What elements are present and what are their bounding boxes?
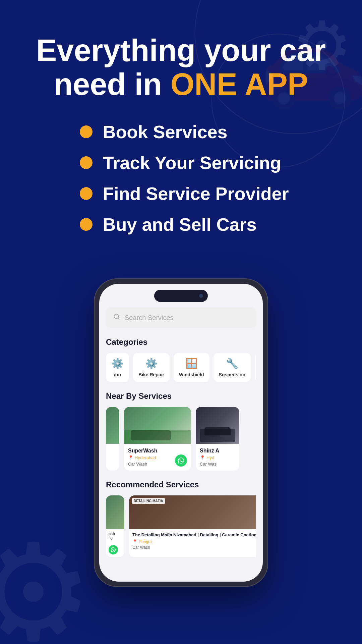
partial-whatsapp-icon[interactable] bbox=[109, 545, 118, 554]
category-partial[interactable]: ⚙️ ion bbox=[106, 353, 129, 382]
shinz-location: 📍 Hyd bbox=[200, 455, 235, 460]
superwash-name: SuperWash bbox=[128, 448, 187, 454]
bullet-track bbox=[80, 156, 93, 169]
recommended-scroll: ash ng bbox=[106, 495, 256, 557]
shinz-name: Shinz A bbox=[200, 448, 235, 454]
rec-card-partial-left: ash ng bbox=[106, 495, 124, 557]
hero-title: Everything your car need in ONE APP bbox=[20, 34, 342, 101]
search-placeholder: Search Services bbox=[125, 314, 174, 322]
category-suspension[interactable]: 🔧 Suspension bbox=[214, 353, 251, 382]
category-suspension-label: Suspension bbox=[219, 372, 245, 377]
hero-title-highlight: ONE APP bbox=[170, 67, 308, 101]
detailing-img: DETAILING MAFIA bbox=[129, 495, 256, 529]
superwash-img bbox=[124, 407, 191, 444]
feature-buy-text: Buy and Sell Cars bbox=[103, 214, 256, 235]
phone-inner: Search Services Categories ⚙️ ion ⚙️ Bik… bbox=[99, 284, 263, 582]
search-icon bbox=[113, 313, 120, 322]
category-partial-label: ion bbox=[114, 372, 121, 377]
nearby-section: Near By Services bbox=[106, 391, 256, 471]
shinz-info: Shinz A 📍 Hyd Car Was bbox=[196, 444, 239, 471]
detailing-type: Car Wash bbox=[132, 545, 256, 550]
partial-card-info bbox=[106, 444, 119, 450]
recommended-section: Recommended Services ash ng bbox=[106, 480, 256, 557]
hero-section: Everything your car need in ONE APP Book… bbox=[0, 0, 362, 265]
phone-container: Search Services Categories ⚙️ ion ⚙️ Bik… bbox=[0, 278, 362, 587]
partial-rec-info: ash ng bbox=[106, 529, 124, 557]
categories-section: Categories ⚙️ ion ⚙️ Bike Repair 🪟 bbox=[106, 337, 256, 382]
camera-dot bbox=[199, 294, 203, 298]
nearby-title: Near By Services bbox=[106, 391, 256, 401]
feature-find: Find Service Provider bbox=[80, 183, 289, 204]
dynamic-island bbox=[154, 290, 208, 302]
feature-book-text: Book Services bbox=[103, 121, 227, 142]
category-partial-icon: ⚙️ bbox=[111, 358, 124, 369]
detailing-location: 📍 Pangra bbox=[132, 539, 256, 544]
service-card-shinz[interactable]: Shinz A 📍 Hyd Car Was bbox=[196, 407, 239, 471]
bullet-book bbox=[80, 125, 93, 138]
search-bar[interactable]: Search Services bbox=[106, 307, 256, 328]
hero-title-line1: Everything your car bbox=[36, 33, 326, 67]
category-bike-repair-label: Bike Repair bbox=[138, 372, 164, 377]
category-bike-repair[interactable]: ⚙️ Bike Repair bbox=[133, 353, 170, 382]
feature-track: Track Your Servicing bbox=[80, 152, 289, 173]
windshield-icon: 🪟 bbox=[185, 358, 198, 369]
bike-repair-icon: ⚙️ bbox=[145, 358, 158, 369]
location-pin-icon: 📍 bbox=[128, 455, 133, 460]
partial-rec-sub: ng bbox=[109, 536, 122, 540]
rec-card-detailing[interactable]: DETAILING MAFIA The Detailing Mafia Niza… bbox=[129, 495, 256, 557]
partial-rec-img bbox=[106, 495, 124, 529]
service-card-superwash[interactable]: SuperWash 📍 Hyderabad Car Wash bbox=[124, 407, 191, 471]
category-windshield[interactable]: 🪟 Windshield bbox=[174, 353, 209, 382]
categories-title: Categories bbox=[106, 337, 256, 347]
phone-mockup: Search Services Categories ⚙️ ion ⚙️ Bik… bbox=[94, 278, 268, 587]
detailing-pin-icon: 📍 bbox=[132, 539, 137, 544]
car-shape bbox=[131, 430, 171, 440]
hero-title-line2: need in bbox=[54, 67, 171, 101]
bullet-buy bbox=[80, 218, 93, 231]
shinz-city: Hyd bbox=[206, 455, 214, 460]
partial-rec-whatsapp bbox=[109, 545, 122, 554]
detailing-name: The Detailing Mafia Nizamabad | Detailin… bbox=[132, 532, 256, 538]
car-roof bbox=[204, 427, 231, 435]
partial-card-img bbox=[106, 407, 119, 444]
category-tyres[interactable]: ⭕ Tyres bbox=[255, 353, 256, 382]
categories-scroll: ⚙️ ion ⚙️ Bike Repair 🪟 Windshield bbox=[106, 353, 256, 382]
svg-line-1 bbox=[118, 318, 119, 319]
suspension-icon: 🔧 bbox=[226, 358, 238, 369]
feature-list: Book Services Track Your Servicing Find … bbox=[80, 121, 289, 245]
nearby-scroll: SuperWash 📍 Hyderabad Car Wash bbox=[106, 407, 256, 471]
partial-rec-label-ash: ash bbox=[109, 532, 122, 536]
superwash-city: Hyderabad bbox=[135, 455, 156, 460]
bullet-find bbox=[80, 187, 93, 200]
detailing-info: The Detailing Mafia Nizamabad | Detailin… bbox=[129, 529, 256, 553]
detailing-city: Pangra bbox=[139, 539, 152, 544]
shinz-type: Car Was bbox=[200, 462, 235, 467]
feature-track-text: Track Your Servicing bbox=[103, 152, 281, 173]
feature-buy: Buy and Sell Cars bbox=[80, 214, 289, 235]
feature-find-text: Find Service Provider bbox=[103, 183, 289, 204]
feature-book: Book Services bbox=[80, 121, 289, 142]
shinz-img bbox=[196, 407, 239, 444]
app-content: Search Services Categories ⚙️ ion ⚙️ Bik… bbox=[99, 307, 263, 582]
shinz-pin-icon: 📍 bbox=[200, 455, 205, 460]
recommended-title: Recommended Services bbox=[106, 480, 256, 489]
service-card-partial-left bbox=[106, 407, 119, 471]
category-windshield-label: Windshield bbox=[179, 372, 204, 377]
detailing-img-label: DETAILING MAFIA bbox=[132, 498, 165, 504]
